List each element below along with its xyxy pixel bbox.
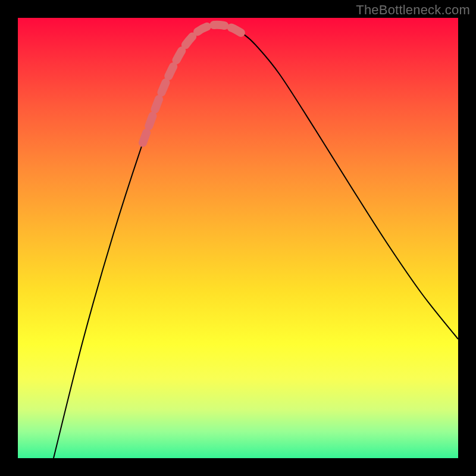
highlight-sweet-spot — [143, 25, 244, 143]
heatmap-background — [18, 18, 458, 458]
bottleneck-curve — [54, 25, 458, 458]
watermark-text: TheBottleneck.com — [356, 2, 470, 18]
chart-svg — [18, 18, 458, 458]
